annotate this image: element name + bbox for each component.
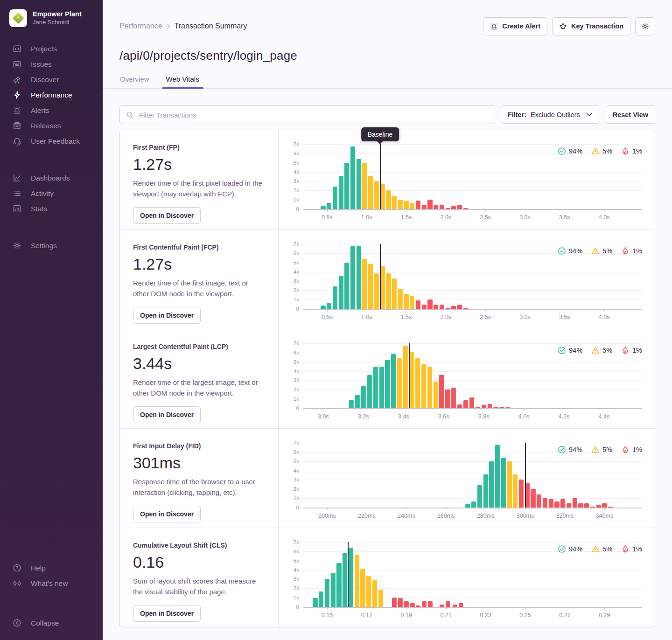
histogram-bar[interactable]: [451, 388, 456, 408]
histogram-bar[interactable]: [415, 358, 420, 408]
histogram-bar[interactable]: [416, 605, 420, 607]
histogram-bar[interactable]: [457, 404, 462, 408]
histogram-bar[interactable]: [493, 407, 498, 408]
histogram-bar[interactable]: [457, 205, 462, 209]
histogram-bar[interactable]: [338, 276, 343, 309]
histogram-bar[interactable]: [350, 146, 355, 209]
breadcrumb-parent[interactable]: Performance: [119, 22, 162, 30]
histogram-bar[interactable]: [349, 400, 354, 408]
sidebar-item-dashboards[interactable]: Dashboards: [0, 170, 103, 186]
histogram-bar[interactable]: [543, 498, 547, 508]
histogram-bar[interactable]: [537, 494, 541, 508]
histogram-bar[interactable]: [367, 375, 372, 408]
histogram-bar[interactable]: [507, 461, 511, 508]
histogram-bar[interactable]: [327, 203, 331, 209]
histogram-bar[interactable]: [373, 367, 378, 408]
histogram-bar[interactable]: [350, 246, 355, 309]
histogram-bar[interactable]: [319, 591, 323, 607]
histogram-bar[interactable]: [427, 299, 432, 309]
histogram-bar[interactable]: [554, 501, 559, 508]
histogram-bar[interactable]: [343, 553, 347, 607]
histogram-bar[interactable]: [505, 407, 510, 408]
histogram-bar[interactable]: [372, 580, 377, 607]
histogram-bar[interactable]: [440, 305, 444, 309]
key-transaction-button[interactable]: Key Transaction: [552, 17, 630, 35]
sidebar-item-discover[interactable]: Discover: [0, 72, 103, 87]
histogram-bar[interactable]: [476, 407, 480, 408]
histogram-bar[interactable]: [403, 346, 408, 408]
histogram-bar[interactable]: [440, 605, 444, 607]
histogram-bar[interactable]: [313, 598, 317, 607]
histogram-bar[interactable]: [391, 354, 396, 408]
histogram-bar[interactable]: [596, 505, 601, 508]
histogram-bar[interactable]: [487, 404, 492, 408]
histogram-bar[interactable]: [380, 184, 385, 209]
org-switcher[interactable]: Empower Plant Jane Schmidt: [0, 9, 103, 27]
histogram-bar[interactable]: [333, 286, 337, 309]
histogram-bar[interactable]: [457, 305, 462, 309]
histogram-bar[interactable]: [397, 358, 402, 408]
histogram-bar[interactable]: [331, 573, 336, 607]
histogram-bar[interactable]: [451, 306, 456, 309]
histogram-bar[interactable]: [386, 190, 391, 209]
histogram-bar[interactable]: [366, 576, 371, 607]
histogram-bar[interactable]: [357, 246, 361, 309]
sidebar-item-activity[interactable]: Activity: [0, 186, 103, 201]
histogram-bar[interactable]: [499, 407, 504, 408]
histogram-bar[interactable]: [434, 205, 438, 209]
sidebar-item-projects[interactable]: Projects: [0, 41, 103, 56]
histogram-bar[interactable]: [410, 603, 414, 607]
histogram-bar[interactable]: [327, 303, 331, 309]
histogram-bar[interactable]: [398, 598, 403, 607]
histogram-bar[interactable]: [392, 598, 397, 607]
histogram-bar[interactable]: [573, 498, 577, 508]
histogram-bar[interactable]: [380, 266, 385, 309]
histogram-bar[interactable]: [355, 555, 359, 607]
histogram-bar[interactable]: [483, 474, 488, 508]
histogram-bar[interactable]: [440, 205, 444, 209]
histogram-bar[interactable]: [519, 480, 524, 508]
histogram-bar[interactable]: [463, 208, 468, 209]
histogram-bar[interactable]: [374, 273, 379, 309]
histogram-bar[interactable]: [453, 605, 457, 607]
histogram-bar[interactable]: [392, 196, 397, 209]
histogram-bar[interactable]: [458, 603, 463, 607]
histogram-bar[interactable]: [433, 382, 438, 408]
open-in-discover-button[interactable]: Open in Discover: [133, 307, 201, 324]
sidebar-item-alerts[interactable]: Alerts: [0, 103, 103, 118]
sidebar-item-collapse[interactable]: Collapse: [0, 615, 103, 631]
settings-gear-button[interactable]: [635, 17, 655, 35]
histogram-bar[interactable]: [321, 206, 325, 209]
filter-dropdown-button[interactable]: Filter: Exclude Outliers: [501, 105, 600, 124]
histogram-bar[interactable]: [392, 278, 397, 309]
histogram-bar[interactable]: [422, 205, 427, 209]
histogram-bar[interactable]: [404, 601, 409, 607]
open-in-discover-button[interactable]: Open in Discover: [133, 406, 201, 423]
histogram-bar[interactable]: [489, 461, 494, 508]
histogram-bar[interactable]: [495, 445, 500, 508]
histogram-bar[interactable]: [362, 259, 367, 309]
histogram-bar[interactable]: [427, 367, 432, 408]
histogram-bar[interactable]: [445, 208, 450, 209]
sidebar-item-settings[interactable]: Settings: [0, 238, 103, 253]
histogram-bar[interactable]: [410, 203, 414, 209]
histogram-bar[interactable]: [398, 200, 403, 209]
histogram-bar[interactable]: [385, 360, 390, 408]
histogram-bar[interactable]: [325, 579, 329, 607]
reset-view-button[interactable]: Reset View: [606, 105, 655, 124]
histogram-bar[interactable]: [451, 206, 456, 209]
histogram-bar[interactable]: [357, 159, 361, 209]
histogram-bar[interactable]: [513, 474, 518, 508]
histogram-bar[interactable]: [590, 507, 595, 508]
sidebar-item-issues[interactable]: Issues: [0, 56, 103, 72]
histogram-bar[interactable]: [368, 176, 373, 209]
sidebar-item-help[interactable]: Help: [0, 560, 103, 576]
histogram-bar[interactable]: [445, 390, 450, 408]
histogram-bar[interactable]: [338, 176, 343, 209]
histogram-bar[interactable]: [531, 489, 535, 508]
sidebar-item-stats[interactable]: Stats: [0, 201, 103, 216]
create-alert-button[interactable]: Create Alert: [483, 17, 547, 35]
sidebar-item-what-s-new[interactable]: What's new: [0, 576, 103, 591]
sidebar-item-user-feedback[interactable]: User Feedback: [0, 133, 103, 149]
histogram-bar[interactable]: [379, 367, 384, 408]
